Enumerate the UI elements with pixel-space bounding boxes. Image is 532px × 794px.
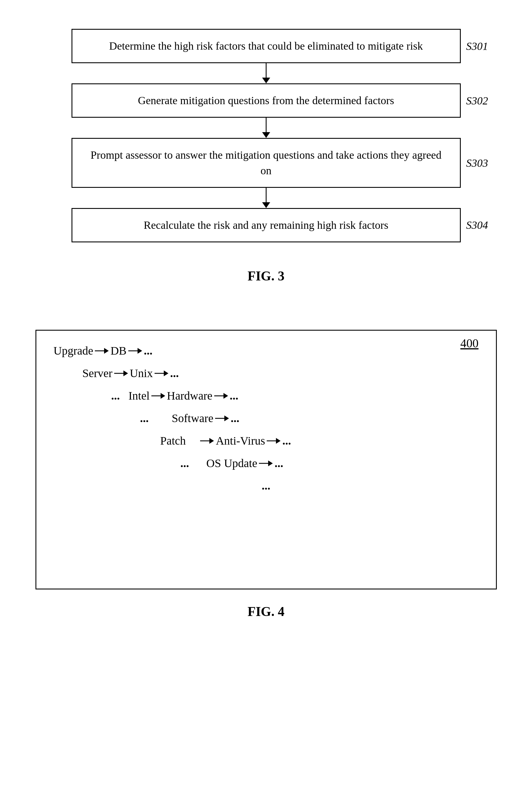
tree-text-ellipsis-5: ... [140, 412, 149, 424]
flow-text-s301: Determine the high risk factors that cou… [109, 40, 423, 52]
flow-label-s301: S301 [466, 40, 488, 53]
tree-row-5: Patch Anti-Virus ... [54, 435, 479, 447]
arrow-right-9 [267, 437, 281, 444]
fig4-caption: FIG. 4 [248, 604, 285, 619]
arrow-right-3 [114, 370, 128, 377]
flow-text-s304: Recalculate the risk and any remaining h… [144, 219, 388, 231]
arrow-down-1 [72, 63, 461, 84]
tree-text-unix: Unix [130, 368, 153, 379]
fig4-label: 400 [460, 336, 479, 350]
flow-row-s304: Recalculate the risk and any remaining h… [36, 208, 497, 242]
tree-text-intel: Intel [129, 390, 150, 402]
tree-row-7: ... [54, 480, 479, 492]
tree-row-2: Server Unix ... [54, 368, 479, 379]
fig3-caption: FIG. 3 [248, 268, 285, 283]
flow-box-s301: Determine the high risk factors that cou… [72, 29, 461, 63]
flow-row-s302: Generate mitigation questions from the d… [36, 84, 497, 118]
tree-text-upgrade: Upgrade [54, 345, 93, 357]
tree-text-software: Software [172, 412, 213, 424]
tree-text-server: Server [82, 368, 112, 379]
flow-row-s303: Prompt assessor to answer the mitigation… [36, 138, 497, 187]
tree-text-ellipsis-8: ... [180, 458, 189, 469]
flow-box-s302: Generate mitigation questions from the d… [72, 84, 461, 118]
tree-text-ellipsis-3: ... [111, 390, 120, 402]
tree-text-ellipsis-6: ... [231, 412, 239, 424]
tree-text-ellipsis-10: ... [262, 480, 270, 492]
flow-label-s302: S302 [466, 94, 488, 107]
fig4-tree-box: 400 Upgrade DB ... Server Unix ... ... [36, 330, 497, 589]
arrow-right-6 [214, 392, 228, 399]
fig4-section: 400 Upgrade DB ... Server Unix ... ... [36, 330, 497, 619]
flow-label-s304: S304 [466, 219, 488, 232]
arrow-right-10 [259, 460, 273, 467]
tree-text-ellipsis-4: ... [230, 390, 239, 402]
flowchart: Determine the high risk factors that cou… [36, 17, 497, 254]
tree-text-patch: Patch [160, 435, 186, 447]
arrow-right-7 [215, 415, 229, 422]
tree-row-4: ... Software ... [54, 412, 479, 424]
fig3-section: Determine the high risk factors that cou… [36, 17, 497, 283]
tree-text-ellipsis-9: ... [274, 458, 283, 469]
flow-text-s303: Prompt assessor to answer the mitigation… [91, 149, 441, 176]
flow-box-s304: Recalculate the risk and any remaining h… [72, 208, 461, 242]
tree-text-antivirus: Anti-Virus [216, 435, 265, 447]
flow-text-s302: Generate mitigation questions from the d… [138, 94, 394, 107]
arrow-down-3 [72, 188, 461, 208]
flow-row-s301: Determine the high risk factors that cou… [36, 29, 497, 63]
tree-text-ellipsis-7: ... [282, 435, 291, 447]
flow-box-s303: Prompt assessor to answer the mitigation… [72, 138, 461, 187]
tree-text-hardware: Hardware [167, 390, 212, 402]
arrow-right-8 [200, 437, 214, 444]
flow-label-s303: S303 [466, 157, 488, 169]
fig4-tree-content: Upgrade DB ... Server Unix ... ... Intel… [54, 345, 479, 492]
arrow-down-2 [72, 118, 461, 138]
tree-row-3: ... Intel Hardware ... [54, 390, 479, 402]
tree-text-ellipsis-1: ... [144, 345, 153, 357]
arrow-right-2 [128, 347, 142, 354]
tree-row-6: ... OS Update ... [54, 458, 479, 469]
tree-text-ellipsis-2: ... [170, 368, 179, 379]
arrow-right-4 [155, 370, 168, 377]
arrow-right-1 [95, 347, 109, 354]
tree-text-db: DB [110, 345, 127, 357]
tree-row-1: Upgrade DB ... [54, 345, 479, 357]
arrow-right-5 [151, 392, 165, 399]
tree-text-osupdate: OS Update [207, 458, 258, 469]
